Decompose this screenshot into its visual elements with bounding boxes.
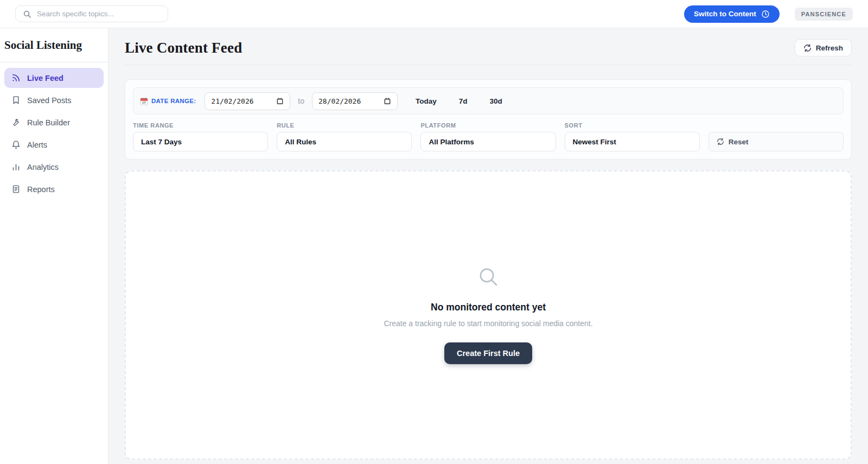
preset-7d-button[interactable]: 7d [459,97,468,105]
empty-state-subtitle: Create a tracking rule to start monitori… [384,319,592,328]
rule-select[interactable]: All Rules [277,132,412,151]
empty-state: No monitored content yet Create a tracki… [125,170,852,460]
date-range-label: 17 DATE RANGE: [140,97,196,105]
sidebar-item-label: Reports [27,185,55,194]
platform-label: PLATFORM [420,122,556,129]
sidebar-item-label: Live Feed [27,74,63,82]
refresh-button[interactable]: Refresh [795,39,852,56]
date-from-value: 21/02/2026 [211,97,253,105]
reset-group: Reset [709,122,844,151]
search-box[interactable] [15,5,168,22]
platform-filter: PLATFORM All Platforms [420,122,556,151]
sidebar-title: Social Listening [0,28,108,62]
reset-button[interactable]: Reset [709,132,844,151]
main-content: Live Content Feed Refresh 17 [108,28,868,464]
sort-select[interactable]: Newest First [565,132,700,151]
platform-select[interactable]: All Platforms [420,132,556,151]
refresh-icon [803,44,812,52]
preset-30d-button[interactable]: 30d [490,97,502,105]
topbar: Switch to Content PANSCIENCE [0,0,868,28]
refresh-label: Refresh [816,44,843,52]
reset-icon [717,138,724,145]
date-from-input[interactable]: 21/02/2026 [205,92,290,110]
bar-chart-icon [11,162,21,171]
switch-to-content-button[interactable]: Switch to Content [684,5,780,23]
calendar-picker-icon[interactable] [276,97,284,105]
preset-today-button[interactable]: Today [416,97,437,105]
sidebar-item-label: Alerts [27,141,47,149]
rule-filter: RULE All Rules [277,122,412,151]
sidebar-item-rule-builder[interactable]: Rule Builder [4,112,104,132]
empty-state-title: No monitored content yet [431,302,546,313]
time-range-select[interactable]: Last 7 Days [133,132,268,151]
switch-to-content-label: Switch to Content [694,10,756,18]
search-input[interactable] [37,10,161,18]
calendar-picker-icon[interactable] [384,97,391,105]
date-to-value: 28/02/2026 [318,97,361,105]
calendar-emoji-icon: 17 [140,97,148,105]
date-to-input[interactable]: 28/02/2026 [312,92,398,110]
date-range-row: 17 DATE RANGE: 21/02/2026 to 28/02/2026 [133,87,844,115]
sidebar-item-saved-posts[interactable]: Saved Posts [4,90,104,110]
filter-panel: 17 DATE RANGE: 21/02/2026 to 28/02/2026 [125,79,852,160]
to-label: to [298,97,304,105]
sidebar-item-reports[interactable]: Reports [4,179,104,199]
rss-icon [11,73,21,82]
wrench-icon [11,118,21,127]
sidebar-item-label: Rule Builder [27,118,70,127]
sort-label: SORT [565,122,700,129]
time-range-label: TIME RANGE [133,122,268,129]
time-range-filter: TIME RANGE Last 7 Days [133,122,268,151]
sidebar-item-analytics[interactable]: Analytics [4,157,104,177]
page-title: Live Content Feed [125,40,242,56]
sort-filter: SORT Newest First [565,122,700,151]
document-icon [11,185,21,194]
clock-icon [761,10,770,18]
sidebar-item-alerts[interactable]: Alerts [4,135,104,155]
bookmark-icon [11,96,21,105]
sidebar: Social Listening Live Feed Saved Posts R… [0,28,108,464]
magnifier-icon [477,266,499,288]
sidebar-item-live-feed[interactable]: Live Feed [4,68,104,88]
bell-icon [11,140,21,149]
rule-label: RULE [277,122,412,129]
search-icon [23,10,31,18]
create-first-rule-button[interactable]: Create First Rule [444,342,532,364]
svg-text:17: 17 [142,101,146,104]
sidebar-item-label: Analytics [27,163,59,171]
brand-badge: PANSCIENCE [795,8,853,21]
sidebar-nav: Live Feed Saved Posts Rule Builder Alert… [0,62,108,207]
sidebar-item-label: Saved Posts [27,96,71,105]
reset-label: Reset [729,138,749,146]
